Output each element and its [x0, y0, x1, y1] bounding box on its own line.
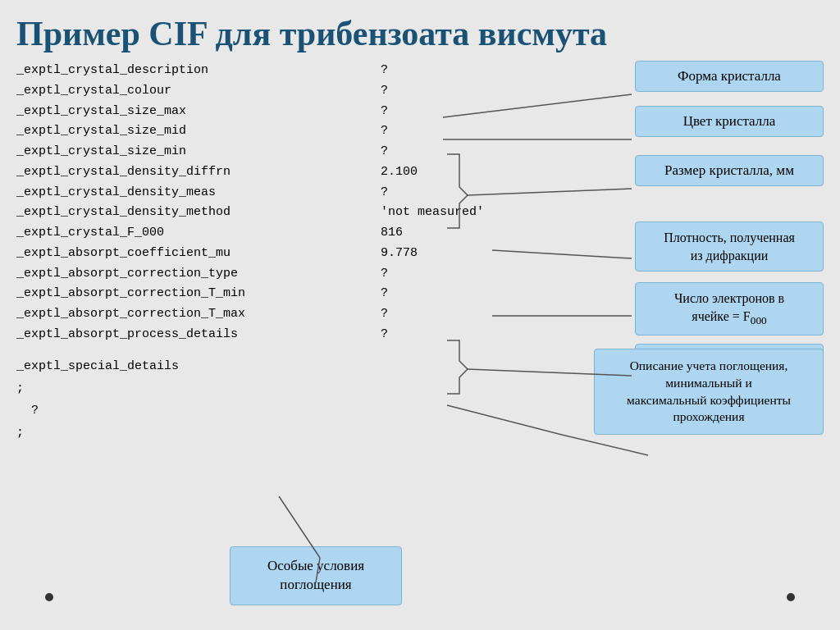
val-8: 'not measured'	[381, 203, 484, 223]
val-11: ?	[381, 264, 484, 285]
annotation-box-f000: Число электронов вячейке = F000	[635, 282, 824, 336]
annotation-box-crystal-colour: Цвет кристалла	[635, 106, 824, 137]
code-line-6: _exptl_crystal_density_diffrn	[16, 162, 361, 183]
page-title: Пример CIF для трибензоата висмута	[0, 0, 840, 61]
code-line-5: _exptl_crystal_size_min	[16, 142, 361, 162]
val-1: ?	[381, 61, 484, 81]
annotation-box-special-absorption: Особые условияпоглощения	[230, 546, 402, 605]
annotation-box-crystal-shape: Форма кристалла	[635, 61, 824, 92]
code-line-7: _exptl_crystal_density_meas	[16, 183, 361, 203]
val-2: ?	[381, 81, 484, 102]
code-line-3: _exptl_crystal_size_max	[16, 102, 361, 122]
code-line-12: _exptl_absorpt_correction_T_min	[16, 284, 361, 304]
dot-left	[45, 593, 53, 601]
annotation-box-crystal-size: Размер кристалла, мм	[635, 155, 824, 186]
code-line-9: _exptl_crystal_F_000	[16, 223, 361, 244]
code-line-14: _exptl_absorpt_process_details	[16, 325, 361, 345]
code-line-2: _exptl_crystal_colour	[16, 81, 361, 102]
val-10: 9.778	[381, 244, 484, 264]
code-line-13: _exptl_absorpt_correction_T_max	[16, 304, 361, 325]
val-4: ?	[381, 121, 484, 142]
code-line-10: _exptl_absorpt_coefficient_mu	[16, 244, 361, 264]
val-7: ?	[381, 183, 484, 203]
annotation-box-absorpt-description: Описание учета поглощения,минимальный им…	[594, 349, 824, 436]
code-line-8: _exptl_crystal_density_method	[16, 203, 361, 223]
val-5: ?	[381, 142, 484, 162]
dot-right	[787, 593, 795, 601]
code-line-11: _exptl_absorpt_correction_type	[16, 264, 361, 285]
value-lines: ? ? ? ? ? 2.100 ? 'not measured' 816 9.7…	[381, 61, 484, 345]
val-13: ?	[381, 304, 484, 325]
val-9: 816	[381, 223, 484, 244]
val-3: ?	[381, 102, 484, 122]
val-14: ?	[381, 325, 484, 345]
code-line-4: _exptl_crystal_size_mid	[16, 121, 361, 142]
val-6: 2.100	[381, 162, 484, 183]
code-lines: _exptl_crystal_description _exptl_crysta…	[16, 61, 361, 345]
annotation-box-density-diffrn: Плотность, полученнаяиз дифракции	[635, 221, 824, 272]
code-line-1: _exptl_crystal_description	[16, 61, 361, 81]
val-12: ?	[381, 284, 484, 304]
